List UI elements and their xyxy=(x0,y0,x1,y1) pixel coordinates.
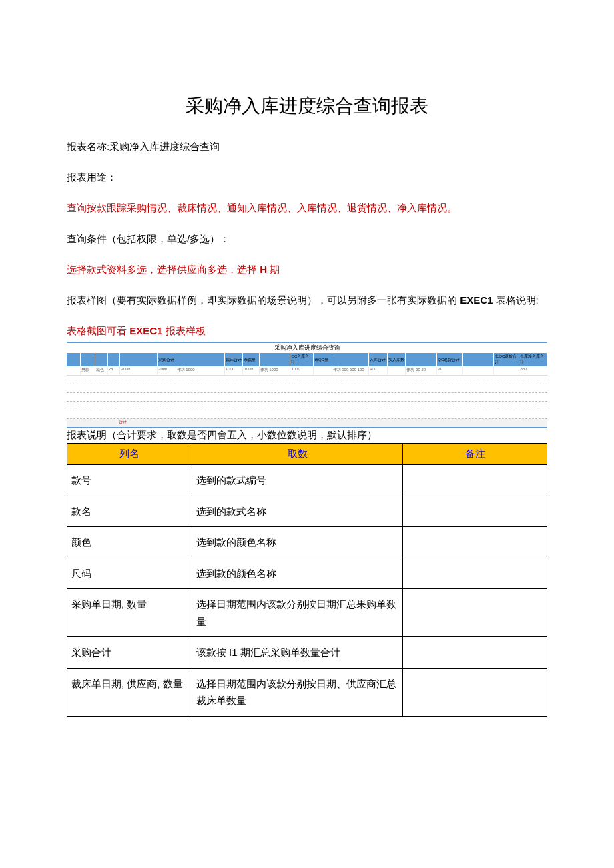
table-row: 采购单日期, 数量选择日期范围内该款分别按日期汇总果购单数量 xyxy=(67,589,547,637)
sample-link-c: 报表样板 xyxy=(162,325,205,336)
sample-label-c: 表格说明: xyxy=(493,294,538,306)
sample-link-b: EXEC1 xyxy=(129,325,162,336)
report-use-label: 报表用途： xyxy=(67,169,547,185)
sample-dotted-row xyxy=(67,393,547,402)
sample-dotted-row xyxy=(67,384,547,393)
query-cond-text-a: 选择款式资料多选，选择供应商多选，选择 xyxy=(67,264,260,275)
description-table: 列名 取数 备注 款号选到的款式编号 款名选到的款式名称 颜色选到款的颜色名称 … xyxy=(67,443,547,717)
sample-link: 表格截图可看 EXEC1 报表样板 xyxy=(67,323,547,339)
sample-label-a: 报表样图（要有实际数据样例，即实际数据的场景说明），可以另附多一张有实际数据的 xyxy=(67,294,460,306)
sample-dotted-row xyxy=(67,410,547,419)
page-title: 采购净入库进度综合查询报表 xyxy=(67,93,547,119)
document-page: 采购净入库进度综合查询报表 报表名称:采购净入库进度综合查询 报表用途： 查询按… xyxy=(0,0,614,783)
report-name-line: 报表名称:采购净入库进度综合查询 xyxy=(67,139,547,155)
query-cond-text-c: 期 xyxy=(267,264,280,275)
table-row: 款号选到的款式编号 xyxy=(67,465,547,496)
sample-footer-label: 合计 xyxy=(119,419,139,427)
sample-link-a: 表格截图可看 xyxy=(67,325,129,336)
table-row: 采购合计该款按 I1 期汇总采购单数量合计 xyxy=(67,637,547,669)
sample-header-row: 采购合计 裁床合计 未裁量QC入库合计 未QC量入库合计 实入库数QC退货合计 … xyxy=(67,353,547,367)
sample-label: 报表样图（要有实际数据样例，即实际数据的场景说明），可以另附多一张有实际数据的 … xyxy=(67,292,547,308)
col-header-name: 列名 xyxy=(67,444,192,465)
col-header-note: 备注 xyxy=(403,444,547,465)
query-cond-label: 查询条件（包括权限，单选/多选）： xyxy=(67,231,547,247)
col-header-fetch: 取数 xyxy=(192,444,402,465)
query-cond-desc: 选择款式资料多选，选择供应商多选，选择 H 期 xyxy=(67,262,547,278)
sample-dotted-row xyxy=(67,376,547,384)
report-use-desc: 查询按款跟踪采购情况、裁床情况、通知入库情况、入库情况、退货情况、净入库情况。 xyxy=(67,200,547,216)
sample-dotted-row xyxy=(67,402,547,410)
table-row: 裁床单日期, 供应商, 数量选择日期范围内该款分别按日期、供应商汇总裁床单数量 xyxy=(67,668,547,716)
table-row: 款名选到的款式名称 xyxy=(67,496,547,527)
table-row: 尺码选到款的颜色名称 xyxy=(67,558,547,589)
table-body: 款号选到的款式编号 款名选到的款式名称 颜色选到款的颜色名称 尺码选到款的颜色名… xyxy=(67,465,547,717)
desc-table-intro: 报表说明（合计要求，取数是否四舍五入，小数位数说明，默认排序） xyxy=(67,429,547,442)
sample-table-title: 采购净入库进度综合查询 xyxy=(67,343,547,353)
sample-data-row: 男款藏色28 20002000 作坊 10001000 1000作坊 10001… xyxy=(67,367,547,376)
table-header-row: 列名 取数 备注 xyxy=(67,444,547,465)
sample-footer-row: 合计 xyxy=(67,419,547,427)
sample-label-b: EXEC1 xyxy=(460,294,493,306)
table-row: 颜色选到款的颜色名称 xyxy=(67,527,547,558)
sample-table-screenshot: 采购净入库进度综合查询 采购合计 裁床合计 未裁量QC入库合计 未QC量入库合计… xyxy=(67,342,547,428)
query-cond-text-b: H xyxy=(260,264,267,275)
